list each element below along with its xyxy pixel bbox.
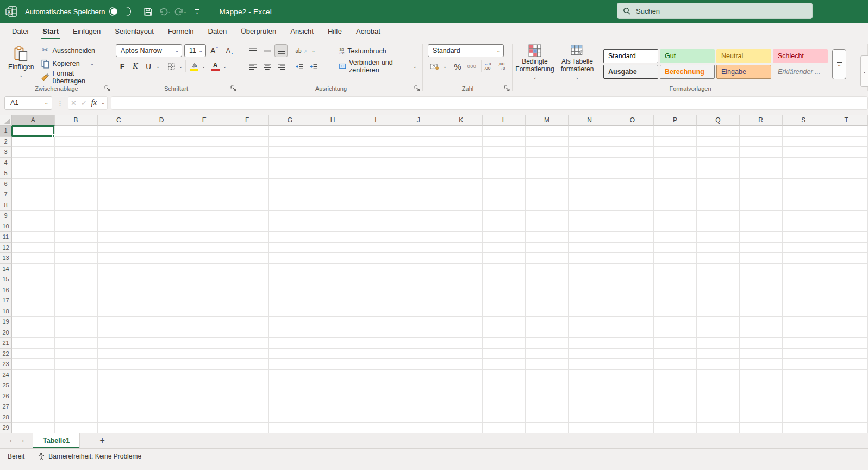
column-header[interactable]: I — [354, 115, 397, 126]
grid-cell[interactable] — [740, 232, 783, 243]
grid-cell[interactable] — [226, 274, 269, 285]
accounting-format-button[interactable] — [428, 60, 441, 73]
cell-style-chip[interactable]: Berechnung — [660, 65, 715, 79]
grid-cell[interactable] — [825, 264, 868, 275]
grid-cell[interactable] — [569, 137, 611, 147]
grid-cell[interactable] — [140, 126, 183, 137]
grid-cell[interactable] — [183, 168, 226, 179]
grid-cell[interactable] — [697, 243, 740, 253]
grid-cell[interactable] — [55, 253, 98, 264]
grid-cell[interactable] — [569, 359, 611, 370]
paste-button[interactable]: Einfügen ⌄ — [6, 44, 36, 80]
column-header[interactable]: E — [183, 115, 226, 126]
grid-cell[interactable] — [311, 306, 354, 317]
row-header[interactable]: 22 — [0, 349, 12, 360]
grid-cell[interactable] — [697, 221, 740, 232]
tab-seitenlayout[interactable]: Seitenlayout — [108, 24, 160, 39]
alignment-dialog-launcher-icon[interactable] — [414, 85, 421, 92]
cell-style-chip[interactable]: Erklärender ... — [773, 65, 828, 79]
font-size-select[interactable]: 11⌄ — [184, 44, 206, 57]
column-header[interactable]: O — [611, 115, 654, 126]
grid-cell[interactable] — [354, 189, 397, 200]
grid-cell[interactable] — [440, 126, 483, 137]
decrease-decimal-button[interactable]: ,00→0 — [498, 60, 511, 73]
grid-cell[interactable] — [55, 306, 98, 317]
grid-cell[interactable] — [183, 137, 226, 147]
grid-cell[interactable] — [783, 189, 826, 200]
grid-cell[interactable] — [569, 168, 611, 179]
grid-cell[interactable] — [397, 306, 440, 317]
grid-cell[interactable] — [397, 380, 440, 391]
cell-style-chip[interactable]: Eingabe — [716, 65, 771, 79]
grid-cell[interactable] — [226, 370, 269, 381]
grid-cell[interactable] — [440, 306, 483, 317]
grid-cell[interactable] — [654, 380, 697, 391]
grid-cell[interactable] — [269, 370, 312, 381]
row-header[interactable]: 9 — [0, 211, 12, 221]
grid-cell[interactable] — [183, 306, 226, 317]
grid-cell[interactable] — [654, 200, 697, 211]
grid-cell[interactable] — [654, 168, 697, 179]
grid-cell[interactable] — [226, 221, 269, 232]
grid-cell[interactable] — [140, 370, 183, 381]
grid-cell[interactable] — [483, 179, 526, 190]
grid-cell[interactable] — [569, 126, 611, 137]
grid-cell[interactable] — [269, 359, 312, 370]
grid-cell[interactable] — [354, 401, 397, 412]
paste-dropdown-chevron[interactable]: ⌄ — [19, 72, 23, 78]
grid-cell[interactable] — [654, 158, 697, 169]
grid-cell[interactable] — [397, 264, 440, 275]
grid-cell[interactable] — [269, 232, 312, 243]
grid-cell[interactable] — [697, 147, 740, 158]
grid-cell[interactable] — [783, 380, 826, 391]
column-header[interactable]: B — [55, 115, 98, 126]
grid-cell[interactable] — [611, 200, 654, 211]
grid-cell[interactable] — [740, 349, 783, 360]
grid-cell[interactable] — [783, 338, 826, 349]
grid-cell[interactable] — [311, 179, 354, 190]
grid-cell[interactable] — [526, 126, 569, 137]
number-dialog-launcher-icon[interactable] — [503, 85, 510, 92]
grid-cell[interactable] — [55, 391, 98, 402]
column-header[interactable]: N — [569, 115, 611, 126]
grid-cell[interactable] — [98, 317, 141, 327]
grid-cell[interactable] — [740, 253, 783, 264]
grid-cell[interactable] — [98, 147, 141, 158]
prev-sheet-icon[interactable]: ‹ — [10, 437, 12, 444]
grid-cell[interactable] — [397, 189, 440, 200]
grid-cell[interactable] — [226, 126, 269, 137]
column-header[interactable]: P — [654, 115, 697, 126]
grid-cell[interactable] — [183, 338, 226, 349]
grid-cell[interactable] — [98, 243, 141, 253]
column-header[interactable]: T — [825, 115, 868, 126]
grid-cell[interactable] — [12, 380, 55, 391]
grid-cell[interactable] — [397, 147, 440, 158]
grid-cell[interactable] — [354, 253, 397, 264]
comma-style-button[interactable]: 000 — [465, 60, 478, 73]
row-header[interactable]: 12 — [0, 243, 12, 253]
font-dialog-launcher-icon[interactable] — [230, 85, 237, 92]
grid-cell[interactable] — [226, 137, 269, 147]
row-header[interactable]: 17 — [0, 295, 12, 306]
grid-cell[interactable] — [183, 295, 226, 306]
grid-cell[interactable] — [397, 274, 440, 285]
grid-cell[interactable] — [311, 338, 354, 349]
grid-cell[interactable] — [269, 158, 312, 169]
grid-cell[interactable] — [440, 200, 483, 211]
grid-cell[interactable] — [611, 306, 654, 317]
grid-cell[interactable] — [397, 211, 440, 221]
grid-cell[interactable] — [483, 189, 526, 200]
align-top-button[interactable] — [246, 44, 259, 57]
grid-cell[interactable] — [354, 126, 397, 137]
row-header[interactable]: 5 — [0, 168, 12, 179]
grid-cell[interactable] — [440, 359, 483, 370]
grid-cell[interactable] — [98, 126, 141, 137]
grid-cell[interactable] — [611, 338, 654, 349]
grid-cell[interactable] — [440, 158, 483, 169]
decrease-font-size-button[interactable]: A⌄ — [223, 44, 236, 57]
grid-cell[interactable] — [697, 295, 740, 306]
increase-decimal-button[interactable]: ←0,00 — [484, 60, 497, 73]
grid-cell[interactable] — [98, 211, 141, 221]
save-icon[interactable] — [141, 4, 155, 18]
grid-cell[interactable] — [825, 221, 868, 232]
